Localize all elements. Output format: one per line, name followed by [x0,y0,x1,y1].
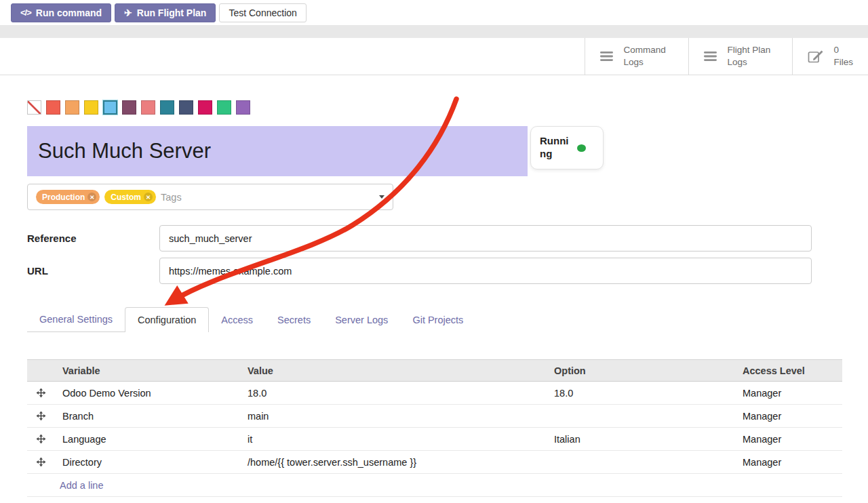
run-command-label: Run command [36,7,102,18]
tag-remove-icon[interactable]: ✕ [144,193,153,201]
cell-access-level: Manager [734,411,842,422]
cell-option: Italian [546,434,734,445]
control-panel: Command Logs Flight Plan Logs 0 Files [0,38,868,75]
tab-secrets[interactable]: Secrets [265,307,323,332]
add-line-link[interactable]: Add a line [60,480,104,491]
files-button[interactable]: 0 Files [792,38,868,75]
tag-custom[interactable]: Custom ✕ [104,190,156,204]
table-header-row: Variable Value Option Access Level [27,359,842,382]
tag-remove-icon[interactable]: ✕ [87,193,96,201]
tab-configuration[interactable]: Configuration [125,307,209,332]
flight-plan-logs-button[interactable]: Flight Plan Logs [688,38,792,75]
table-row[interactable]: Language it Italian Manager [27,428,842,451]
drag-handle[interactable] [27,434,54,444]
color-swatch[interactable] [46,100,60,115]
color-swatch[interactable] [141,100,155,115]
status-dot [577,144,586,152]
drag-handle[interactable] [27,457,54,467]
top-toolbar: </> Run command ✈ Run Flight Plan Test C… [0,0,868,25]
cell-value: 18.0 [239,388,546,399]
color-swatch[interactable] [84,100,98,115]
files-stat-text: 0 Files [833,44,853,68]
table-row[interactable]: Directory /home/{{ tower.server.ssh_user… [27,451,842,474]
toolbar-divider [0,25,868,38]
color-palette [27,100,250,115]
cell-value: it [239,434,546,445]
color-swatch[interactable] [179,100,193,115]
tag-production[interactable]: Production ✕ [36,190,100,204]
files-count: 0 [833,44,853,56]
column-header-value: Value [239,365,546,376]
column-header-option: Option [546,365,734,376]
drag-handle[interactable] [27,388,54,398]
color-swatch[interactable] [160,100,174,115]
no-color-swatch[interactable] [27,100,41,115]
cell-access-level: Manager [734,388,842,399]
cell-access-level: Manager [734,457,842,468]
tab-server-logs[interactable]: Server Logs [323,307,400,332]
add-line-row: Add a line [27,474,842,497]
move-icon [36,411,46,421]
move-icon [36,434,46,444]
stat-buttons: Command Logs Flight Plan Logs 0 Files [585,38,868,75]
drag-handle[interactable] [27,411,54,421]
tag-label: Custom [111,193,141,202]
dropdown-caret-icon[interactable] [379,195,384,199]
table-row[interactable]: Odoo Demo Version 18.0 18.0 Manager [27,382,842,405]
reference-input[interactable]: such_much_server [159,225,812,252]
color-swatch[interactable] [122,100,136,115]
url-input[interactable]: https://memes.example.com [159,258,812,284]
edit-icon [808,49,824,64]
color-swatch[interactable] [217,100,231,115]
status-card: Running [530,126,604,169]
run-flight-plan-button[interactable]: ✈ Run Flight Plan [115,3,216,22]
configuration-table: Variable Value Option Access Level Odoo … [27,359,842,497]
cell-variable: Directory [54,457,239,468]
run-flight-plan-label: Run Flight Plan [137,7,207,18]
command-logs-button[interactable]: Command Logs [585,38,688,75]
url-label: URL [27,258,48,284]
cell-value: /home/{{ tower.server.ssh_username }} [239,457,546,468]
tab-bar: General Settings Configuration Access Se… [27,307,475,332]
tags-input[interactable]: Production ✕ Custom ✕ Tags [27,184,393,210]
column-header-variable: Variable [54,365,239,376]
cell-variable: Odoo Demo Version [54,388,239,399]
menu-icon [600,51,614,62]
cell-value: main [239,411,546,422]
flight-plan-logs-label: Flight Plan Logs [727,44,777,68]
reference-label: Reference [27,225,77,252]
test-connection-label: Test Connection [229,7,296,18]
cell-option: 18.0 [546,388,734,399]
cell-variable: Language [54,434,239,445]
menu-icon [704,51,717,62]
cell-access-level: Manager [734,434,842,445]
tab-access[interactable]: Access [209,307,265,332]
table-row[interactable]: Branch main Manager [27,405,842,428]
status-label: Running [540,135,571,161]
command-logs-label: Command Logs [623,44,673,68]
tab-git-projects[interactable]: Git Projects [400,307,475,332]
tags-placeholder: Tags [161,192,182,203]
tag-label: Production [42,193,85,202]
server-name-input[interactable]: Such Much Server [27,126,528,176]
test-connection-button[interactable]: Test Connection [219,3,306,22]
plane-icon: ✈ [124,7,132,18]
files-label: Files [833,56,853,68]
color-swatch[interactable] [65,100,79,115]
color-swatch[interactable] [236,100,250,115]
color-swatch[interactable] [198,100,212,115]
column-header-access-level: Access Level [734,365,842,376]
move-icon [36,388,46,398]
color-swatch[interactable] [103,100,117,115]
run-command-button[interactable]: </> Run command [11,3,111,22]
tab-general-settings[interactable]: General Settings [27,307,125,332]
code-icon: </> [20,7,31,18]
cell-variable: Branch [54,411,239,422]
move-icon [36,457,46,467]
